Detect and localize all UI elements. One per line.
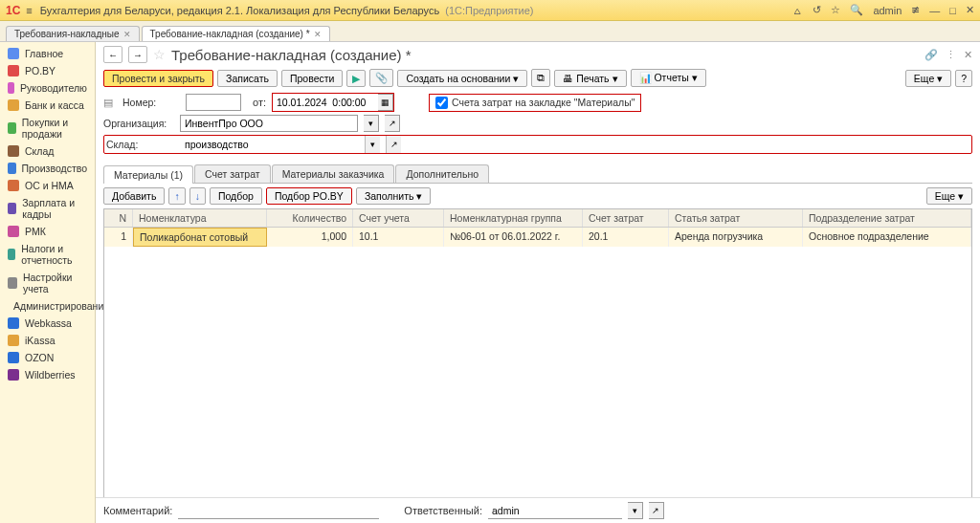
back-button[interactable]: ← — [103, 46, 122, 63]
warehouse-open-button[interactable]: ↗ — [386, 136, 401, 153]
reports-button[interactable]: 📊 Отчеты ▾ — [631, 69, 706, 87]
comment-input[interactable] — [178, 502, 379, 519]
org-open-button[interactable]: ↗ — [385, 115, 400, 132]
sidebar-item[interactable]: Главное — [0, 45, 95, 62]
add-row-button[interactable]: Добавить — [103, 187, 165, 205]
cost-on-tab-checkbox[interactable]: Счета затрат на закладке "Материалы" — [429, 94, 641, 112]
menu-icon[interactable]: ≡ — [26, 5, 32, 16]
sidebar-item[interactable]: Администрирование — [0, 297, 95, 315]
more-icon[interactable]: ⋮ — [946, 49, 956, 61]
link-icon[interactable]: 🔗 — [924, 49, 938, 61]
create-based-button[interactable]: Создать на основании ▾ — [397, 70, 527, 87]
section-icon — [8, 82, 14, 94]
responsible-open-button[interactable]: ↗ — [649, 502, 664, 519]
forward-button[interactable]: → — [128, 46, 147, 63]
section-icon — [8, 180, 19, 191]
more-button[interactable]: Еще ▾ — [905, 70, 951, 87]
sidebar-item[interactable]: Руководителю — [0, 79, 95, 97]
history-icon[interactable]: ↺ — [813, 4, 821, 16]
responsible-label: Ответственный: — [404, 505, 482, 516]
section-icon — [8, 163, 16, 174]
footer: Комментарий: Ответственный: ▾ ↗ — [96, 497, 980, 523]
section-icon — [8, 249, 15, 260]
close-page-icon[interactable]: ✕ — [964, 49, 972, 61]
structure-button[interactable]: ⧉ — [531, 69, 550, 87]
column-header[interactable]: Номенклатура — [133, 209, 267, 227]
titlebar: 1C ≡ Бухгалтерия для Беларуси, редакция … — [0, 0, 980, 21]
sidebar-item[interactable]: Банк и касса — [0, 97, 95, 114]
favorite-icon[interactable]: ☆ — [153, 47, 166, 62]
sidebar-item[interactable]: Зарплата и кадры — [0, 194, 95, 223]
section-icon — [8, 226, 19, 237]
date-input[interactable] — [273, 94, 378, 111]
sidebar-item[interactable]: Покупки и продажи — [0, 114, 95, 142]
search-icon[interactable]: 🔍 — [850, 4, 863, 16]
settings-icon[interactable]: ≢ — [911, 4, 920, 16]
column-header[interactable]: Счет учета — [353, 209, 444, 227]
sidebar-item[interactable]: РМК — [0, 223, 95, 240]
post-and-close-button[interactable]: Провести и закрыть — [103, 70, 213, 87]
sidebar-item[interactable]: ОС и НМА — [0, 177, 95, 194]
table-row[interactable]: 1Поликарбонат сотовый1,00010.1№06-01 от … — [104, 228, 971, 247]
section-icon — [8, 145, 19, 157]
subtab[interactable]: Материалы заказчика — [272, 164, 395, 183]
responsible-dropdown-button[interactable]: ▾ — [628, 502, 643, 519]
close-icon[interactable]: ✕ — [966, 4, 974, 16]
sidebar-item[interactable]: OZON — [0, 349, 95, 366]
fill-button[interactable]: Заполнить ▾ — [356, 187, 431, 205]
section-icon — [8, 369, 19, 381]
tab-document[interactable]: Требование-накладная (создание) *✕ — [142, 26, 330, 41]
sidebar-item[interactable]: Wildberries — [0, 366, 95, 383]
subtabs: Материалы (1)Счет затратМатериалы заказч… — [103, 164, 972, 184]
pick-button[interactable]: Подбор — [210, 187, 262, 205]
sidebar-item[interactable]: iKassa — [0, 332, 95, 349]
org-dropdown-button[interactable]: ▾ — [364, 115, 379, 132]
calendar-button[interactable]: ▦ — [378, 94, 393, 111]
app-title: Бухгалтерия для Беларуси, редакция 2.1. … — [40, 5, 793, 16]
attach-button[interactable]: 📎 — [369, 69, 393, 87]
date-label: от: — [253, 97, 266, 108]
sidebar-item[interactable]: Настройки учета — [0, 269, 95, 297]
column-header[interactable]: Счет затрат — [583, 209, 669, 227]
bell-icon[interactable]: 🜂 — [792, 5, 803, 16]
column-header[interactable]: Номенклатурная группа — [444, 209, 583, 227]
column-header[interactable]: Подразделение затрат — [803, 209, 971, 227]
help-button[interactable]: ? — [955, 70, 972, 87]
warehouse-dropdown-button[interactable]: ▾ — [365, 136, 380, 153]
tab-list[interactable]: Требования-накладные✕ — [6, 26, 140, 41]
materials-grid[interactable]: NНоменклатураКоличествоСчет учетаНоменкл… — [103, 208, 972, 523]
number-input[interactable] — [186, 94, 241, 111]
star-icon[interactable]: ☆ — [831, 4, 840, 16]
sidebar: ГлавноеPO.BYРуководителюБанк и кассаПоку… — [0, 42, 96, 523]
warehouse-input[interactable] — [181, 136, 359, 153]
column-header[interactable]: Количество — [267, 209, 353, 227]
section-icon — [8, 122, 16, 134]
column-header[interactable]: Статья затрат — [669, 209, 803, 227]
section-icon — [8, 317, 19, 329]
maximize-icon[interactable]: □ — [949, 5, 956, 16]
responsible-input[interactable] — [488, 502, 622, 519]
print-button[interactable]: 🖶 Печать ▾ — [554, 70, 626, 87]
save-button[interactable]: Записать — [217, 70, 278, 87]
minimize-icon[interactable]: — — [929, 5, 940, 16]
close-tab-icon[interactable]: ✕ — [123, 30, 131, 39]
close-tab-icon[interactable]: ✕ — [314, 30, 322, 39]
sidebar-item[interactable]: Налоги и отчетность — [0, 240, 95, 269]
user-label: admin — [873, 5, 902, 16]
warehouse-label: Склад: — [104, 139, 175, 150]
sidebar-item[interactable]: Производство — [0, 160, 95, 177]
subtab[interactable]: Материалы (1) — [103, 165, 193, 184]
subtab[interactable]: Счет затрат — [194, 164, 271, 183]
sidebar-item[interactable]: Склад — [0, 142, 95, 160]
post-button[interactable]: Провести — [281, 70, 343, 87]
column-header[interactable]: N — [104, 209, 133, 227]
pick-poby-button[interactable]: Подбор PO.BY — [266, 187, 352, 205]
sidebar-item[interactable]: Webkassa — [0, 315, 95, 332]
subtab[interactable]: Дополнительно — [395, 164, 489, 183]
grid-more-button[interactable]: Еще ▾ — [926, 187, 972, 205]
org-input[interactable] — [180, 115, 358, 132]
move-up-button[interactable]: ↑ — [168, 187, 185, 205]
sidebar-item[interactable]: PO.BY — [0, 62, 95, 79]
post-icon-button[interactable]: ▶ — [346, 70, 366, 87]
move-down-button[interactable]: ↓ — [189, 187, 206, 205]
